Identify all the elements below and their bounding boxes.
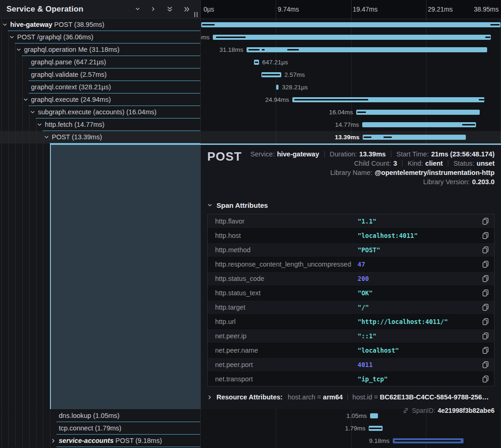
attribute-row-net-transport[interactable]: net.transport"ip_tcp"	[208, 372, 494, 386]
span-row-graphql-execute[interactable]: graphql.execute (24.94ms)	[0, 93, 200, 106]
span-attributes-toggle[interactable]: Span Attributes	[207, 201, 495, 209]
attribute-key: http.host	[215, 229, 241, 243]
attribute-row-http-method[interactable]: http.method"POST"	[208, 243, 494, 257]
resource-attributes-toggle[interactable]: Resource Attributes: host.arch = arm64ho…	[207, 393, 495, 401]
span-label: POST (13.39ms)	[52, 131, 102, 143]
child-span-mark	[357, 112, 365, 113]
span-row-graphql-context[interactable]: graphql.context (328.21µs)	[0, 81, 200, 93]
child-span-mark	[216, 37, 245, 38]
attribute-key: net.peer.ip	[215, 329, 247, 343]
attribute-row-net-peer-port[interactable]: net.peer.port4011	[208, 358, 494, 372]
chevron-right-icon	[207, 395, 212, 400]
chevron-down-icon[interactable]	[2, 22, 7, 27]
span-bar-row-subgraph-execute-accounts[interactable]: 16.04ms	[201, 106, 501, 118]
span-bar-row-graphql-validate[interactable]: 2.57ms	[201, 68, 501, 81]
copy-icon[interactable]	[482, 375, 489, 383]
attribute-row-http-status-code[interactable]: http.status_code200	[208, 272, 494, 286]
span-row-post[interactable]: POST (13.39ms)	[0, 131, 200, 143]
span-bar-row-http-fetch[interactable]: 14.77ms	[201, 118, 501, 131]
span-bar-row-tcp-connect[interactable]: 1.79ms	[201, 422, 501, 435]
copy-icon[interactable]	[482, 246, 489, 254]
span-duration-bar[interactable]	[356, 110, 480, 115]
span-row-service-accounts-post[interactable]: service-accounts POST (9.18ms)	[0, 435, 200, 447]
copy-icon[interactable]	[482, 347, 489, 354]
attribute-key: net.peer.name	[215, 343, 258, 357]
span-duration-bar[interactable]	[261, 72, 281, 77]
chevron-right-icon[interactable]	[151, 6, 156, 12]
span-bar-row-graphql-operation-me[interactable]: 31.18ms	[201, 44, 501, 56]
attribute-row-http-status-text[interactable]: http.status_text"OK"	[208, 286, 494, 300]
attribute-row-http-flavor[interactable]: http.flavor"1.1"	[208, 214, 494, 229]
copy-icon[interactable]	[482, 318, 489, 325]
span-duration-bar[interactable]	[247, 47, 487, 52]
span-row-post-graphql[interactable]: POST /graphql (36.06ms)	[0, 31, 200, 44]
chevron-down-icon[interactable]	[23, 97, 28, 102]
copy-icon[interactable]	[482, 361, 489, 368]
span-duration-bar[interactable]	[393, 438, 464, 443]
attribute-row-net-peer-ip[interactable]: net.peer.ip"::1"	[208, 329, 494, 343]
chevron-down-icon[interactable]	[30, 110, 35, 115]
copy-icon[interactable]	[482, 261, 489, 268]
span-bar-row-post[interactable]: 13.39ms	[201, 131, 501, 143]
span-duration-bar[interactable]	[362, 122, 476, 127]
chevron-down-icon[interactable]	[16, 47, 21, 52]
copy-icon[interactable]	[482, 232, 489, 239]
span-label: graphql.execute (24.94ms)	[31, 93, 111, 106]
link-icon[interactable]	[402, 407, 409, 414]
span-bar-row-graphql-parse[interactable]: 647.21µs	[201, 56, 501, 68]
indent-guides-gutter	[0, 143, 50, 409]
chevron-down-icon[interactable]	[135, 6, 140, 12]
copy-icon[interactable]	[482, 304, 489, 311]
attribute-key: net.transport	[215, 372, 253, 386]
span-row-dns-lookup[interactable]: dns.lookup (1.05ms)	[0, 410, 200, 422]
copy-icon[interactable]	[482, 332, 489, 340]
span-row-graphql-validate[interactable]: graphql.validate (2.57ms)	[0, 68, 200, 81]
span-row-hive-gateway-post[interactable]: hive-gateway POST (38.95ms)	[0, 19, 200, 31]
span-bar-row-service-accounts-post[interactable]: 9.18ms	[201, 435, 501, 447]
span-bar-row-graphql-context[interactable]: 328.21µs	[201, 81, 501, 93]
chevron-down-icon[interactable]	[37, 122, 42, 127]
attribute-key: net.peer.port	[215, 358, 253, 372]
attribute-value: "POST"	[358, 243, 380, 257]
chevron-right-icon[interactable]	[51, 438, 56, 443]
span-label: graphql.parse (647.21µs)	[31, 56, 106, 68]
span-bar-row-post-graphql[interactable]: 36.06ms	[201, 31, 501, 44]
bar-duration-label: 24.94ms	[265, 93, 289, 106]
span-duration-bar[interactable]	[254, 60, 259, 65]
copy-icon[interactable]	[482, 289, 489, 297]
copy-icon[interactable]	[482, 218, 489, 225]
span-duration-bar[interactable]	[201, 22, 501, 27]
span-duration-bar[interactable]	[276, 85, 278, 90]
attribute-row-net-peer-name[interactable]: net.peer.name"localhost"	[208, 343, 494, 358]
child-span-mark	[369, 428, 382, 429]
span-duration-bar[interactable]	[369, 426, 383, 431]
column-resizer[interactable]	[194, 12, 198, 17]
attribute-value: 47	[358, 257, 365, 271]
double-chevron-down-icon[interactable]	[167, 6, 173, 12]
service-name: service-accounts	[59, 437, 113, 444]
double-chevron-right-icon[interactable]	[184, 6, 190, 12]
span-duration-bar[interactable]	[292, 97, 485, 102]
ruler-tick: 19.47ms	[353, 0, 378, 19]
copy-icon[interactable]	[482, 275, 489, 282]
span-bar-row-hive-gateway-post[interactable]	[201, 19, 501, 31]
child-span-mark	[479, 99, 484, 100]
attribute-row-http-host[interactable]: http.host"localhost:4011"	[208, 229, 494, 243]
bar-duration-label: 2.57ms	[285, 68, 305, 81]
span-row-http-fetch[interactable]: http.fetch (14.77ms)	[0, 118, 200, 131]
span-duration-bar[interactable]	[213, 35, 491, 40]
attribute-row-http-url[interactable]: http.url"http://localhost:4011/"	[208, 315, 494, 329]
bar-duration-label: 31.18ms	[219, 44, 243, 56]
attribute-row-http-response-content-length-uncompressed[interactable]: http.response_content_length_uncompresse…	[208, 257, 494, 272]
span-row-tcp-connect[interactable]: tcp.connect (1.79ms)	[0, 422, 200, 435]
span-row-graphql-operation-me[interactable]: graphql.operation Me (31.18ms)	[0, 44, 200, 56]
span-row-subgraph-execute-accounts[interactable]: subgraph.execute (accounts) (16.04ms)	[0, 106, 200, 118]
span-bar-row-graphql-execute[interactable]: 24.94ms	[201, 93, 501, 106]
chevron-down-icon[interactable]	[44, 135, 49, 140]
span-duration-bar[interactable]	[363, 135, 466, 140]
chevron-down-icon[interactable]	[9, 35, 14, 40]
trace-timeline-view: 0µs9.74ms19.47ms29.21ms38.95ms 36.06ms31…	[0, 0, 501, 448]
span-row-graphql-parse[interactable]: graphql.parse (647.21µs)	[0, 56, 200, 68]
resource-key: host.id	[353, 393, 372, 401]
attribute-row-http-target[interactable]: http.target"/"	[208, 300, 494, 315]
